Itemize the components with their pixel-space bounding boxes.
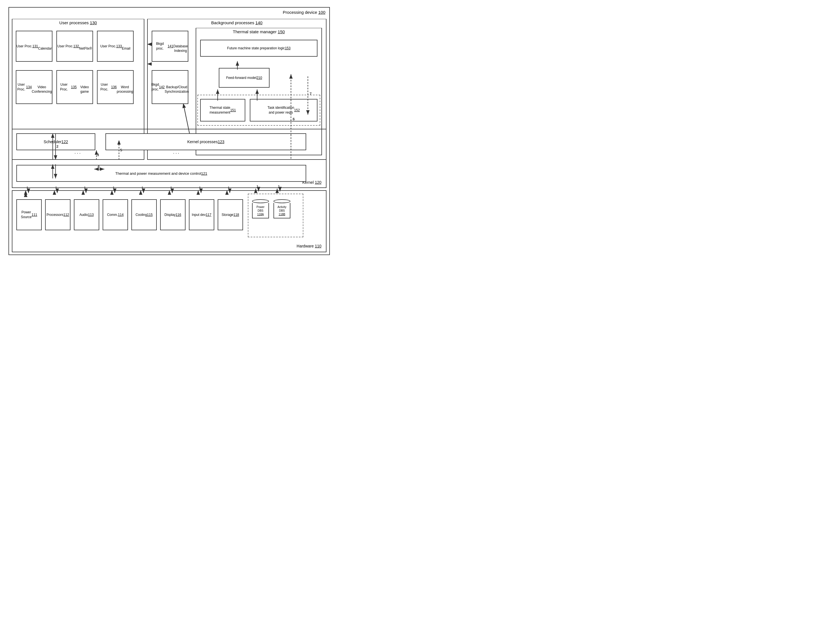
kernel-box: Kernel 120 Scheduler 122 Kernel processe… bbox=[12, 129, 326, 188]
user-proc-132: User Proc. 132NetFlix® bbox=[56, 31, 93, 62]
hw-audio: Audio113 bbox=[74, 199, 99, 230]
scheduler-box: Scheduler 122 bbox=[16, 133, 95, 150]
user-proc-131: User Proc. 131Calendar bbox=[16, 31, 53, 62]
hw-power-source: PowerSource 111 bbox=[16, 199, 42, 230]
bkgd-proc-141: Bkgd proc. 141DatabaseIndexing bbox=[152, 31, 188, 62]
hw-activity-dbs: ActivityDBS 118B bbox=[274, 199, 290, 219]
user-proc-136: User Proc. 136Wordprocessing bbox=[97, 70, 134, 104]
cyl-top-118a bbox=[252, 199, 269, 203]
user-proc-134: User Proc. 134VideoConferencing bbox=[16, 70, 53, 104]
hw-cooling: Cooling115 bbox=[131, 199, 157, 230]
hw-input-dev: Input dev117 bbox=[189, 199, 214, 230]
kernel-processes-box: Kernel processes 123 bbox=[106, 133, 306, 150]
processing-device-label: Processing device 100 bbox=[283, 10, 325, 14]
hw-power-dbs: PowerDBS 118A bbox=[252, 199, 269, 219]
user-proc-135: User Proc. 135Video game bbox=[56, 70, 93, 104]
thermal-dashed-box bbox=[197, 95, 320, 126]
user-proc-133: User Proc. 133Email bbox=[97, 31, 134, 62]
cyl-top-118b bbox=[274, 199, 290, 203]
thermal-153: Future machine state preparation logic 1… bbox=[200, 40, 317, 57]
hw-display: Display116 bbox=[160, 199, 186, 230]
hardware-box: Hardware 110 PowerSource 111 Processors1… bbox=[12, 190, 326, 252]
hw-comm: Comm.114 bbox=[102, 199, 128, 230]
bkgd-proc-142: Bkgd proc. 142Backup/CloudSynchronizatio… bbox=[152, 70, 188, 104]
hw-storage: Storage118 bbox=[218, 199, 243, 230]
user-processes-title: User processes 130 bbox=[13, 19, 144, 26]
thermal-210: Feed-forward model210 bbox=[219, 68, 270, 88]
thermal-power-box: Thermal and power measurement and device… bbox=[16, 165, 306, 182]
cyl-body-118b: ActivityDBS 118B bbox=[274, 203, 290, 219]
bg-processes-title: Background processes 140 bbox=[148, 19, 326, 26]
main-diagram: Processing device 100 User processes 130… bbox=[8, 7, 330, 255]
cyl-body-118a: PowerDBS 118A bbox=[252, 203, 269, 219]
hardware-label: Hardware 110 bbox=[297, 244, 322, 248]
thermal-manager-title: Thermal state manager 150 bbox=[196, 28, 322, 35]
hw-processors: Processors112 bbox=[45, 199, 70, 230]
